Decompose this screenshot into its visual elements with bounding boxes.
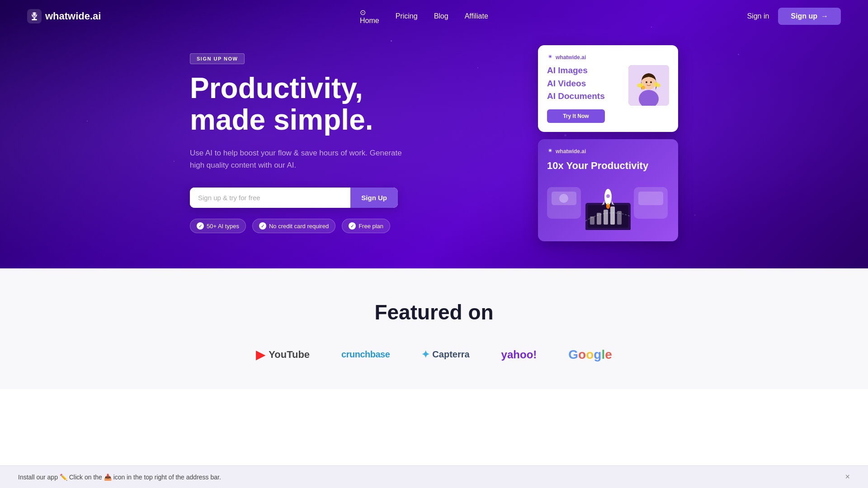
badge-free-plan: ✓ Free plan [342,219,390,233]
navbar: whatwide.ai ⊙ Home Pricing Blog Affiliat… [0,0,868,33]
brand-name: whatwide.ai [45,10,101,22]
hero-left: SIGN UP NOW Productivity, made simple. U… [190,53,407,233]
svg-point-2 [32,14,33,15]
hero-subtitle: Use AI to help boost your flow & save ho… [190,147,407,171]
svg-point-14 [637,84,641,87]
badge-label-2: No credit card required [269,223,329,230]
card1-cta-button[interactable]: Try It Now [547,109,605,123]
nav-home[interactable]: ⊙ Home [360,8,379,25]
google-text: Google [568,347,612,361]
check-icon-3: ✓ [349,222,356,230]
svg-rect-24 [638,192,663,205]
signup-button[interactable]: Sign up → [778,8,841,25]
card1-text: AI Images AI Videos AI Documents Try It … [547,65,605,123]
card1-illustration [628,65,669,106]
featured-title: Featured on [27,300,841,324]
nav-affiliate[interactable]: Affiliate [465,12,488,20]
card1-inner: AI Images AI Videos AI Documents Try It … [547,65,669,123]
youtube-text: YouTube [269,349,310,361]
email-form: Sign Up [190,188,398,208]
svg-point-3 [36,14,37,15]
svg-rect-29 [604,210,608,225]
badge-label-3: Free plan [359,223,383,230]
nav-pricing[interactable]: Pricing [396,12,418,20]
card2-brand: whatwide.ai [547,148,669,155]
svg-point-17 [657,84,660,87]
capterra-logo[interactable]: ✦ Capterra [421,349,469,361]
home-icon: ⊙ [360,8,379,17]
yahoo-logo[interactable]: yahoo! [501,348,537,361]
product-card-1: whatwide.ai AI Images AI Videos AI Docum… [538,45,678,132]
hero-title-line1: Productivity, [190,72,363,104]
youtube-icon: ▶ [256,347,266,362]
svg-point-36 [607,205,609,209]
youtube-logo[interactable]: ▶ YouTube [256,347,310,362]
capterra-text: Capterra [432,349,469,360]
badge-no-credit: ✓ No credit card required [252,219,335,233]
nav-links: ⊙ Home Pricing Blog Affiliate [360,8,488,25]
card2-brand-icon [547,148,553,155]
form-signup-button[interactable]: Sign Up [350,188,398,208]
crunchbase-logo[interactable]: crunchbase [341,349,390,360]
svg-point-1 [32,12,37,18]
badge-ai-types: ✓ 50+ AI types [190,219,246,233]
card2-svg [547,180,669,230]
nav-actions: Sign in Sign up → [747,8,841,25]
svg-point-12 [650,81,652,83]
card2-illustration [547,178,669,232]
card2-title: 10x Your Productivity [547,160,669,172]
email-input[interactable] [190,188,350,208]
sign-up-badge: SIGN UP NOW [190,53,245,64]
nav-blog[interactable]: Blog [434,12,448,20]
product-card-2: whatwide.ai 10x Your Productivity [538,139,678,241]
svg-point-22 [559,194,568,203]
svg-point-19 [549,150,551,151]
featured-section: Featured on ▶ YouTube crunchbase ✦ Capte… [0,268,868,389]
hero-title: Productivity, made simple. [190,72,407,136]
svg-point-15 [642,86,645,89]
svg-point-34 [606,194,610,198]
crunchbase-text: crunchbase [341,349,390,359]
check-icon-1: ✓ [197,222,204,230]
card1-brand: whatwide.ai [547,54,669,61]
capterra-icon: ✦ [421,349,429,361]
badge-label-1: 50+ AI types [207,223,239,230]
hero-section: SIGN UP NOW Productivity, made simple. U… [0,0,868,268]
arrow-icon: → [821,12,828,20]
logos-row: ▶ YouTube crunchbase ✦ Capterra yahoo! G… [27,347,841,362]
card1-line3: AI Documents [547,91,605,102]
card1-image [628,65,669,106]
logo[interactable]: whatwide.ai [27,9,101,23]
logo-icon [27,9,42,23]
svg-rect-30 [610,206,615,225]
svg-rect-5 [32,19,37,20]
card1-line1: AI Images [547,65,605,76]
yahoo-text: yahoo! [501,348,537,361]
hero-right: whatwide.ai AI Images AI Videos AI Docum… [538,45,678,241]
card1-brand-icon [547,54,553,61]
badges-row: ✓ 50+ AI types ✓ No credit card required… [190,219,407,233]
svg-point-7 [549,56,551,57]
google-logo[interactable]: Google [568,347,612,362]
hero-title-line2: made simple. [190,103,373,136]
hero-content: SIGN UP NOW Productivity, made simple. U… [163,0,705,268]
card1-line2: AI Videos [547,78,605,89]
signin-button[interactable]: Sign in [747,12,769,20]
check-icon-2: ✓ [259,222,266,230]
svg-point-11 [646,81,647,83]
